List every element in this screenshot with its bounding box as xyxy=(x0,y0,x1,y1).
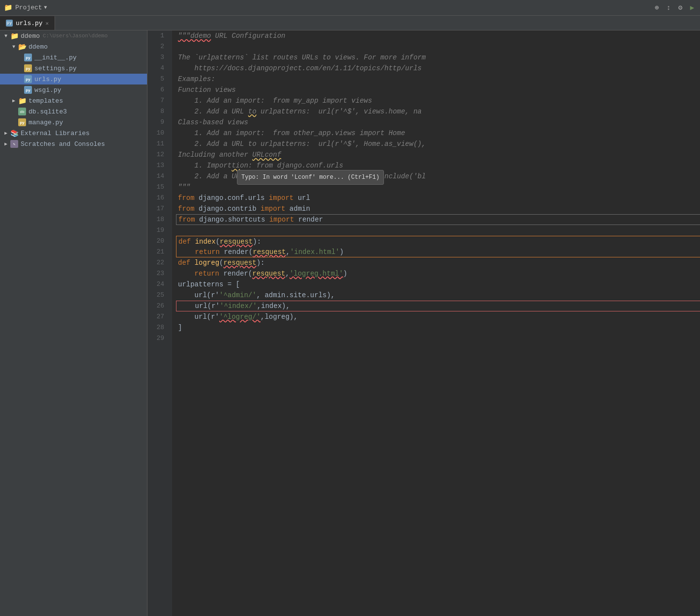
code-line-6: Function views xyxy=(178,84,700,95)
code-line-7: 1. Add an import: from my_app import vie… xyxy=(178,95,700,106)
token xyxy=(191,236,195,247)
code-line-3: The `urlpatterns` list routes URLs to vi… xyxy=(178,52,700,63)
code-line-18: from django.shortcuts import render xyxy=(176,214,700,225)
token: 1. Add an import: from other_app.views i… xyxy=(178,128,405,139)
token: 'index.html' xyxy=(290,247,340,257)
token: '^index/' xyxy=(220,301,257,311)
tooltip-text: Typo: In word 'Lconf' more... (Ctrl+F1) xyxy=(241,174,379,181)
token xyxy=(178,268,195,279)
line-num-10: 10 xyxy=(147,128,168,139)
sidebar-root-path: C:\Users\Jason\ddemo xyxy=(43,33,108,39)
line-num-17: 17 xyxy=(147,203,168,214)
token: render( xyxy=(220,247,253,257)
add-icon[interactable]: ⊕ xyxy=(653,4,661,12)
settings-icon[interactable]: ⚙ xyxy=(676,4,684,12)
line-num-8: 8 xyxy=(147,106,168,117)
token: admin xyxy=(285,203,310,214)
expand-arrow: ▶ xyxy=(2,130,10,136)
token: Class-based views xyxy=(178,117,248,128)
settings-py-icon: py xyxy=(24,64,32,73)
sidebar-manage-label: manage.py xyxy=(29,119,63,126)
token: from xyxy=(178,203,195,214)
code-line-29 xyxy=(178,333,700,344)
line-num-29: 29 xyxy=(147,333,168,344)
code-line-12: Including another URLconf xyxy=(178,149,700,160)
typo-tooltip: Typo: In word 'Lconf' more... (Ctrl+F1) xyxy=(237,170,384,185)
expand-arrow: ▶ xyxy=(10,98,18,104)
token: The `urlpatterns` list routes URLs to vi… xyxy=(178,52,426,63)
line-num-15: 15 xyxy=(147,182,168,193)
urls-py-icon: py xyxy=(24,75,32,84)
line-num-27: 27 xyxy=(147,311,168,322)
token: ( xyxy=(216,236,220,247)
token: '^logreg/' xyxy=(219,311,261,322)
tab-bar: py urls.py ✕ xyxy=(0,16,700,30)
token: ): xyxy=(257,257,265,268)
token: resquest xyxy=(220,236,253,247)
root-folder-icon: 📁 xyxy=(10,31,19,40)
project-dropdown[interactable]: Project ▼ xyxy=(15,4,47,11)
sidebar-db-label: db.sqlite3 xyxy=(29,108,67,115)
token: 2. Add a URL to urlpatterns: url(r'^$', … xyxy=(178,106,422,117)
token: 2. Add a URL to urlpatterns: url(r'^$', … xyxy=(178,139,426,149)
sidebar-item-db[interactable]: ▶ db db.sqlite3 xyxy=(0,106,147,117)
token: """ddemo URL Configuration xyxy=(178,30,285,41)
tab-close-icon[interactable]: ✕ xyxy=(46,20,49,27)
sidebar-root[interactable]: ▼ 📁 ddemo C:\Users\Jason\ddemo xyxy=(0,30,147,41)
token: """ xyxy=(178,182,190,193)
sidebar-item-settings-py[interactable]: py settings.py xyxy=(0,63,147,74)
token: , xyxy=(286,247,290,257)
project-section: 📁 Project ▼ xyxy=(4,3,47,12)
code-line-1: """ddemo URL Configuration xyxy=(178,30,700,41)
expand-arrow: ▼ xyxy=(10,44,18,50)
tab-urls-py[interactable]: py urls.py ✕ xyxy=(0,16,55,30)
sidebar-item-external-libs[interactable]: ▶ 📚 External Libraries xyxy=(0,128,147,139)
run-icon[interactable]: ▶ xyxy=(688,4,696,12)
code-line-2 xyxy=(178,41,700,52)
token: ( xyxy=(219,257,223,268)
sidebar-item-templates[interactable]: ▶ 📁 templates xyxy=(0,95,147,106)
code-line-11: 2. Add a URL to urlpatterns: url(r'^$', … xyxy=(178,139,700,149)
token: resquest xyxy=(252,268,285,279)
sidebar-item-ddemo-folder[interactable]: ▼ 📂 ddemo xyxy=(0,41,147,52)
line-num-20: 20 xyxy=(147,236,168,247)
token: render xyxy=(294,214,323,225)
code-line-22: def logreg ( resquest ): xyxy=(178,257,700,268)
token: url xyxy=(293,193,310,203)
sidebar-item-init-py[interactable]: py __init__.py xyxy=(0,52,147,63)
code-line-21: 🔖 return render( resquest , 'index.html'… xyxy=(176,247,700,257)
code-container[interactable]: 1 2 3 4 5 6 7 8 9 10 11 12 13 14 15 16 1… xyxy=(147,30,700,616)
token: render( xyxy=(219,268,252,279)
sidebar-item-urls-py[interactable]: py urls.py xyxy=(0,74,147,84)
expand-arrow: ▼ xyxy=(2,33,10,39)
sync-icon[interactable]: ↕ xyxy=(665,4,672,12)
code-content[interactable]: """ddemo URL Configuration The `urlpatte… xyxy=(172,30,700,616)
line-numbers: 1 2 3 4 5 6 7 8 9 10 11 12 13 14 15 16 1… xyxy=(147,30,172,616)
line-num-1: 1 xyxy=(147,30,168,41)
token: 1. Importtion: from django.conf.urls xyxy=(178,160,343,171)
token: Including another URLconf xyxy=(178,149,281,160)
sidebar-templates-label: templates xyxy=(29,97,63,105)
title-bar: 📁 Project ▼ ⊕ ↕ ⚙ ▶ xyxy=(0,0,700,16)
code-line-16: from django.conf.urls import url xyxy=(178,193,700,203)
scratch-icon: ✎ xyxy=(10,140,19,148)
code-line-23: 🔖 return render( resquest , 'logreg.html… xyxy=(178,268,700,279)
token xyxy=(190,257,194,268)
line-num-19: 19 xyxy=(147,225,168,236)
line-num-3: 3 xyxy=(147,52,168,63)
token: url(r' xyxy=(178,301,220,311)
token: from xyxy=(178,214,195,225)
sidebar-item-manage-py[interactable]: ▶ py manage.py xyxy=(0,117,147,128)
token: ,logreg), xyxy=(261,311,298,322)
line-num-28: 28 xyxy=(147,322,168,333)
code-line-4: https://docs.djangoproject.com/en/1.11/t… xyxy=(178,63,700,74)
sidebar-item-wsgi-py[interactable]: py wsgi.py xyxy=(0,84,147,95)
sidebar-item-scratches[interactable]: ▶ ✎ Scratches and Consoles xyxy=(0,139,147,149)
token: Function views xyxy=(178,84,236,95)
code-line-5: Examples: xyxy=(178,74,700,84)
token: 1. Add an import: from my_app import vie… xyxy=(178,95,372,106)
line-num-9: 9 xyxy=(147,117,168,128)
editor-area: 1 2 3 4 5 6 7 8 9 10 11 12 13 14 15 16 1… xyxy=(147,30,700,616)
token: Examples: xyxy=(178,74,215,84)
token: resquest xyxy=(223,257,256,268)
